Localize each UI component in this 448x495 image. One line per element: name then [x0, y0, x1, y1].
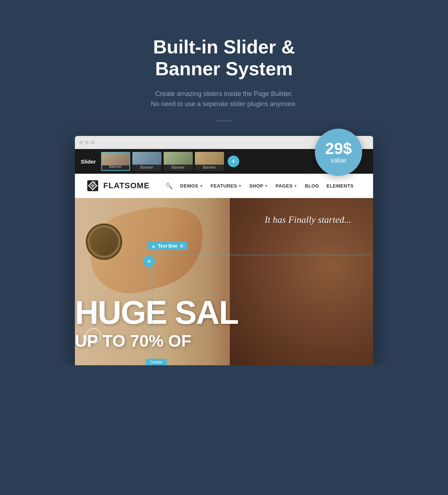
nav-item-blog[interactable]: BLOG — [305, 183, 319, 189]
header-section: Built-in Slider & Banner System Create a… — [75, 36, 373, 121]
slider-tab-label-3: Banner — [172, 165, 184, 169]
textbox-label: Text Box — [158, 243, 177, 249]
nav-item-demos[interactable]: DEMOS ▼ — [180, 183, 203, 189]
nav-item-features[interactable]: FEATURES ▼ — [211, 183, 242, 189]
hero-area: It has Finally started... HUGE SAL UP TO… — [75, 198, 373, 365]
textbox-overlay: ▲ Text Box ⚙ ✛ — [148, 242, 187, 251]
slider-tab-label-1: Banner — [109, 164, 122, 169]
slider-tab-label-2: Banner — [140, 165, 153, 169]
nav-item-pages[interactable]: PAGES ▼ — [276, 183, 297, 189]
logo-text: FLATSOME — [103, 181, 149, 190]
logo-area: 3 FLATSOME — [86, 179, 149, 193]
screenshot-wrapper: 29$ value Slider Banner — [75, 136, 373, 365]
drag-icon: ✛ — [147, 258, 151, 264]
browser-dot-1 — [79, 141, 83, 144]
add-slide-button[interactable]: + — [228, 156, 239, 167]
selection-line-horizontal — [152, 255, 370, 255]
subtitle: Create amazing sliders inside the Page B… — [75, 89, 373, 110]
svg-text:3: 3 — [94, 181, 95, 184]
textbox-up-icon[interactable]: ▲ — [151, 244, 156, 249]
browser-dot-2 — [85, 141, 89, 144]
nav-item-elements[interactable]: ELEMENTS — [327, 183, 354, 189]
page-container: Built-in Slider & Banner System Create a… — [60, 15, 388, 365]
textbox-gear-icon[interactable]: ⚙ — [180, 244, 184, 249]
section-divider — [217, 120, 231, 121]
slider-tab-4[interactable]: Banner — [195, 152, 224, 171]
prev-icon: ‹ — [92, 333, 94, 339]
drag-handle[interactable]: ✛ — [143, 255, 155, 267]
slider-tab-3[interactable]: Banner — [164, 152, 193, 171]
slider-tab-2[interactable]: Banner — [132, 152, 161, 171]
slider-label: Slider — [81, 158, 96, 165]
slider-tab-active[interactable]: Banner — [101, 152, 130, 171]
search-icon[interactable]: 🔍 — [165, 182, 173, 189]
logo-icon: 3 — [86, 179, 100, 193]
prev-slide-button[interactable]: ‹ — [86, 328, 101, 343]
browser-dot-3 — [91, 141, 95, 144]
price-badge: 29$ value — [315, 129, 362, 176]
site-header: 3 FLATSOME 🔍 DEMOS ▼ FEATURES ▼ SHOP ▼ P… — [75, 174, 373, 198]
divider-tag[interactable]: Divider — [146, 359, 167, 365]
price-label: value — [331, 157, 346, 164]
slider-tab-label-4: Banner — [203, 165, 216, 169]
nav-item-shop[interactable]: SHOP ▼ — [249, 183, 268, 189]
selection-line-vertical — [152, 255, 152, 364]
textbox-toolbar[interactable]: ▲ Text Box ⚙ — [148, 242, 187, 250]
nav-menu: 🔍 DEMOS ▼ FEATURES ▼ SHOP ▼ PAGES ▼ BLOG… — [165, 182, 353, 189]
hero-background: It has Finally started... HUGE SAL UP TO… — [75, 198, 373, 365]
main-title: Built-in Slider & Banner System — [75, 36, 373, 80]
hero-italic-text: It has Finally started... — [265, 214, 351, 225]
hero-sale-label: HUGE SAL — [75, 296, 238, 329]
price-amount: 29$ — [325, 141, 352, 157]
